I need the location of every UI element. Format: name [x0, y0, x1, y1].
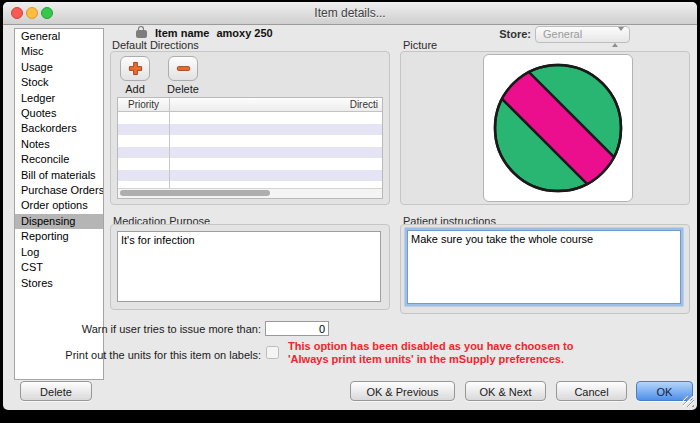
table-row[interactable]: [118, 170, 382, 182]
sidebar-item-stores[interactable]: Stores: [15, 276, 103, 291]
print-units-checkbox[interactable]: [266, 346, 279, 359]
warn-issue-input[interactable]: [265, 321, 329, 336]
sidebar-item-reconcile[interactable]: Reconcile: [15, 152, 103, 167]
sidebar-item-purchase-orders[interactable]: Purchase Orders: [15, 183, 103, 198]
table-row[interactable]: [118, 158, 382, 170]
directions-table-header: Priority Directi: [118, 98, 382, 112]
add-button-label: Add: [115, 83, 155, 95]
table-row[interactable]: [118, 112, 382, 124]
ok-previous-button[interactable]: OK & Previous: [350, 381, 455, 401]
column-directions: Directi: [350, 99, 378, 110]
delete-direction-button[interactable]: [168, 56, 198, 81]
item-details-window: Item details... General Misc Usage Stock…: [3, 2, 697, 410]
cancel-button[interactable]: Cancel: [556, 381, 627, 401]
scrollbar-thumb[interactable]: [120, 190, 270, 196]
item-name-value: amoxy 250: [216, 27, 272, 39]
delete-button-label: Delete: [163, 83, 203, 95]
store-select[interactable]: General: [535, 26, 630, 43]
column-divider: [169, 98, 170, 191]
chevron-up-down-icon: [612, 30, 624, 45]
sidebar-item-cst[interactable]: CST: [15, 260, 103, 275]
sidebar-item-notes[interactable]: Notes: [15, 137, 103, 152]
sidebar-item-reporting[interactable]: Reporting: [15, 229, 103, 244]
store-label: Store:: [458, 28, 531, 40]
no-entry-sign-image: [491, 61, 625, 195]
item-name-header: Item name amoxy 250: [136, 26, 273, 39]
plus-icon: [128, 61, 143, 76]
directions-table-body: [118, 112, 382, 193]
title-bar: Item details...: [3, 2, 697, 25]
ok-next-button[interactable]: OK & Next: [465, 381, 546, 401]
print-units-label: Print out the units for this item on lab…: [23, 349, 261, 361]
item-picture[interactable]: [483, 54, 633, 202]
default-directions-title: Default Directions: [112, 39, 199, 51]
window-title: Item details...: [3, 6, 697, 20]
table-row[interactable]: [118, 135, 382, 147]
sidebar-item-dispensing[interactable]: Dispensing: [15, 214, 103, 229]
sidebar-item-order-options[interactable]: Order options: [15, 198, 103, 213]
store-select-value: General: [543, 28, 582, 40]
sidebar-item-stock[interactable]: Stock: [15, 75, 103, 90]
sidebar-item-general[interactable]: General: [15, 29, 103, 44]
sidebar-item-misc[interactable]: Misc: [15, 44, 103, 59]
table-row[interactable]: [118, 124, 382, 136]
picture-title: Picture: [403, 39, 437, 51]
sidebar-item-bill-of-materials[interactable]: Bill of materials: [15, 168, 103, 183]
add-button[interactable]: [120, 56, 150, 81]
directions-table[interactable]: Priority Directi: [117, 97, 383, 199]
sidebar-item-usage[interactable]: Usage: [15, 60, 103, 75]
column-priority: Priority: [128, 99, 159, 110]
resize-grip[interactable]: [683, 396, 694, 407]
medication-purpose-input[interactable]: It's for infection: [117, 231, 381, 302]
lock-icon: [136, 26, 148, 39]
sidebar-item-backorders[interactable]: Backorders: [15, 121, 103, 136]
warn-issue-label: Warn if user tries to issue more than:: [63, 323, 261, 335]
delete-item-button[interactable]: Delete: [20, 381, 92, 401]
horizontal-scrollbar[interactable]: [118, 188, 382, 198]
sidebar-item-log[interactable]: Log: [15, 245, 103, 260]
sidebar-item-ledger[interactable]: Ledger: [15, 91, 103, 106]
patient-instructions-input[interactable]: Make sure you take the whole course: [407, 230, 681, 304]
minus-icon: [176, 61, 191, 76]
sidebar-item-quotes[interactable]: Quotes: [15, 106, 103, 121]
print-units-warning: This option has been disabled as you hav…: [288, 340, 616, 366]
item-name-label: Item name: [155, 27, 209, 39]
table-row[interactable]: [118, 147, 382, 159]
